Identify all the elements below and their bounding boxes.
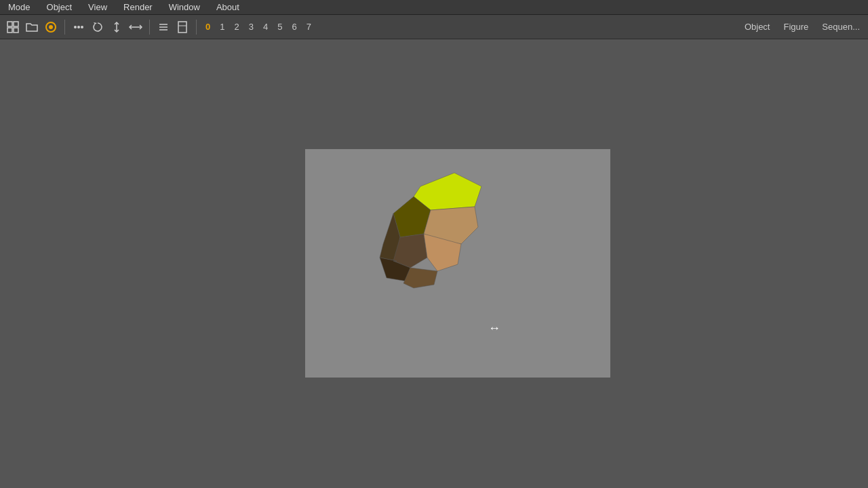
frame-num-1[interactable]: 1 <box>217 20 227 33</box>
separator-2 <box>149 20 150 35</box>
menu-object[interactable]: Object <box>44 1 75 14</box>
svg-point-8 <box>81 26 83 28</box>
svg-rect-0 <box>7 22 12 26</box>
menu-window[interactable]: Window <box>166 1 203 14</box>
toolbar-sequence[interactable]: Sequen... <box>819 20 863 33</box>
svg-rect-14 <box>178 22 186 33</box>
svg-rect-3 <box>14 28 18 33</box>
viewport[interactable]: ↔ <box>305 149 610 378</box>
separator-1 <box>64 20 65 35</box>
panel-icon[interactable] <box>175 20 190 35</box>
frame-num-5[interactable]: 5 <box>275 20 285 33</box>
svg-rect-2 <box>7 28 12 33</box>
svg-point-5 <box>49 25 53 29</box>
menu-view[interactable]: View <box>85 1 110 14</box>
svg-rect-1 <box>14 22 18 26</box>
rotate-icon[interactable] <box>90 20 105 35</box>
svg-point-6 <box>74 26 77 28</box>
frame-num-3[interactable]: 3 <box>246 20 256 33</box>
toolbar-figure[interactable]: Figure <box>781 20 811 33</box>
frame-num-7[interactable]: 7 <box>304 20 314 33</box>
toolbar-object[interactable]: Object <box>742 20 773 33</box>
separator-3 <box>196 20 197 35</box>
align-icon[interactable] <box>156 20 171 35</box>
menubar: Mode Object View Render Window About <box>0 0 868 15</box>
toolbar: 0 1 2 3 4 5 6 7 Object Figure Sequen... <box>0 15 868 39</box>
frame-num-4[interactable]: 4 <box>260 20 271 33</box>
grid-icon[interactable] <box>5 20 20 35</box>
frame-num-6[interactable]: 6 <box>289 20 299 33</box>
svg-point-7 <box>77 26 80 28</box>
frame-num-2[interactable]: 2 <box>231 20 241 33</box>
move-icon[interactable] <box>109 20 124 35</box>
menu-render[interactable]: Render <box>121 1 155 14</box>
frame-num-0[interactable]: 0 <box>203 20 213 33</box>
folder-icon[interactable] <box>24 20 39 35</box>
symmetry-icon[interactable] <box>71 20 86 35</box>
menu-about[interactable]: About <box>214 1 242 14</box>
circle-icon[interactable] <box>43 20 58 35</box>
scale-icon[interactable] <box>128 20 143 35</box>
toolbar-right: Object Figure Sequen... <box>742 20 863 33</box>
menu-mode[interactable]: Mode <box>5 1 33 14</box>
main-area: ↔ <box>0 39 868 488</box>
